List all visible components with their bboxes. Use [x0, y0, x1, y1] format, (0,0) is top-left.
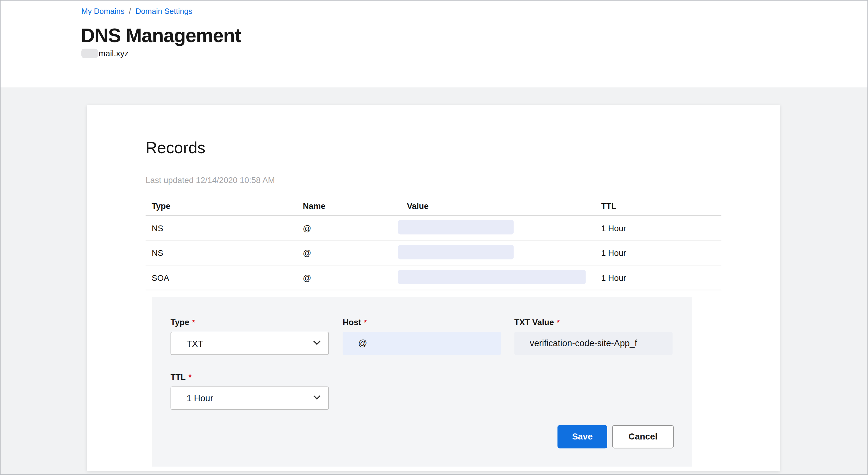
- page-title: DNS Management: [81, 24, 241, 46]
- redacted-value: [398, 220, 514, 234]
- type-label: Type *: [170, 318, 329, 327]
- host-input[interactable]: [343, 332, 501, 355]
- record-type: NS: [152, 248, 303, 258]
- page-header: My Domains / Domain Settings DNS Managem…: [0, 0, 868, 87]
- host-label-text: Host: [343, 318, 361, 327]
- record-value: [407, 269, 601, 285]
- domain-name: mail.xyz: [82, 49, 128, 58]
- host-label: Host *: [343, 318, 501, 327]
- breadcrumb-separator: /: [129, 7, 131, 15]
- record-name: @: [303, 273, 407, 282]
- record-ttl: 1 Hour: [601, 248, 721, 258]
- redacted-domain-prefix: [82, 49, 98, 58]
- txt-value-input[interactable]: [514, 332, 673, 355]
- required-asterisk: *: [364, 318, 367, 327]
- domain-name-text: mail.xyz: [98, 49, 128, 58]
- redacted-value: [398, 245, 514, 259]
- form-actions: Save Cancel: [558, 425, 674, 448]
- ttl-label: TTL *: [170, 373, 329, 381]
- record-value: [407, 245, 601, 261]
- txt-value-label: TXT Value *: [514, 318, 673, 327]
- content-area: Records Last updated 12/14/2020 10:58 AM…: [0, 87, 868, 475]
- txt-value-control: [514, 332, 673, 355]
- record-name: @: [303, 248, 407, 258]
- records-table: Type Name Value TTL NS @ 1 Hour NS @ 1 H…: [146, 196, 721, 290]
- breadcrumb-my-domains[interactable]: My Domains: [82, 7, 124, 15]
- column-header-ttl: TTL: [601, 201, 721, 211]
- type-field-group: Type * TXT: [170, 318, 329, 355]
- txt-value-label-text: TXT Value: [514, 318, 554, 327]
- column-header-name: Name: [303, 201, 407, 211]
- ttl-select[interactable]: 1 Hour: [170, 386, 329, 410]
- ttl-field-group: TTL * 1 Hour: [170, 373, 329, 410]
- breadcrumb: My Domains / Domain Settings: [82, 7, 192, 15]
- table-row: SOA @ 1 Hour: [146, 266, 721, 291]
- ttl-label-text: TTL: [170, 373, 186, 381]
- last-updated: Last updated 12/14/2020 10:58 AM: [146, 175, 275, 184]
- table-row: NS @ 1 Hour: [146, 240, 721, 266]
- required-asterisk: *: [557, 318, 560, 327]
- host-field-group: Host *: [343, 318, 501, 355]
- type-select[interactable]: TXT: [170, 332, 329, 355]
- cancel-button[interactable]: Cancel: [612, 425, 674, 448]
- record-name: @: [303, 223, 407, 232]
- add-record-form: Type * TXT Host *: [152, 297, 692, 467]
- required-asterisk: *: [192, 318, 195, 327]
- type-select-control[interactable]: TXT: [170, 332, 329, 355]
- record-type: SOA: [152, 273, 303, 282]
- table-row: NS @ 1 Hour: [146, 215, 721, 240]
- record-value: [407, 220, 601, 236]
- ttl-select-control[interactable]: 1 Hour: [170, 386, 329, 410]
- record-ttl: 1 Hour: [601, 273, 721, 282]
- host-control: [343, 332, 501, 355]
- dns-management-page: My Domains / Domain Settings DNS Managem…: [0, 0, 868, 475]
- txt-value-field-group: TXT Value *: [514, 318, 673, 355]
- column-header-value: Value: [407, 201, 601, 211]
- required-asterisk: *: [188, 373, 191, 381]
- column-header-type: Type: [152, 201, 303, 211]
- redacted-value: [398, 269, 586, 284]
- save-button[interactable]: Save: [558, 425, 607, 448]
- type-label-text: Type: [170, 318, 189, 327]
- record-ttl: 1 Hour: [601, 223, 721, 232]
- records-card: Records Last updated 12/14/2020 10:58 AM…: [87, 105, 780, 471]
- breadcrumb-domain-settings[interactable]: Domain Settings: [135, 7, 192, 15]
- table-header-row: Type Name Value TTL: [146, 196, 721, 215]
- records-heading: Records: [146, 139, 205, 157]
- record-type: NS: [152, 223, 303, 232]
